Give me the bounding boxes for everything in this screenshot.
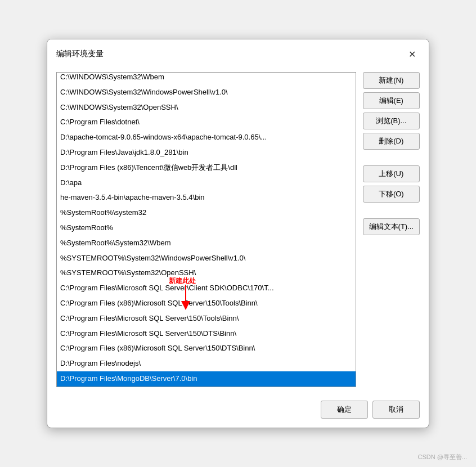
edit-text-button[interactable]: 编辑文本(T)...	[363, 218, 420, 235]
close-button[interactable]: ✕	[404, 46, 420, 62]
list-item[interactable]: %SYSTEMROOT%\System32\OpenSSH\	[57, 266, 356, 281]
list-item[interactable]: C:\Program Files (x86)\Microsoft SQL Ser…	[57, 296, 356, 311]
list-item[interactable]: C:\Program Files\Microsoft SQL Server\Cl…	[57, 281, 356, 296]
action-buttons: 新建(N) 编辑(E) 浏览(B)... 删除(D) 上移(U) 下移(O) 编…	[363, 72, 420, 387]
list-item[interactable]: C:\Program Files\Microsoft SQL Server\15…	[57, 326, 356, 342]
dialog-body: C:\WINDOWS\System32\WbemC:\WINDOWS\Syste…	[47, 68, 429, 396]
ok-button[interactable]: 确定	[321, 401, 368, 419]
dialog-footer: 确定 取消	[47, 396, 429, 428]
list-item[interactable]: D:\Program Files\Java\jdk1.8.0_281\bin	[57, 145, 356, 160]
move-down-button[interactable]: 下移(O)	[363, 186, 420, 203]
list-item[interactable]: %SystemRoot%\System32\Wbem	[57, 236, 356, 251]
edit-button[interactable]: 编辑(E)	[363, 92, 420, 109]
delete-button[interactable]: 删除(D)	[363, 133, 420, 150]
list-item[interactable]: %SYSTEMROOT%\System32\WindowsPowerShell\…	[57, 251, 356, 266]
list-item[interactable]: D:\Program Files (x86)\Tencent\微信web开发者工…	[57, 160, 356, 176]
list-wrapper: C:\WINDOWS\System32\WbemC:\WINDOWS\Syste…	[56, 72, 356, 387]
list-item[interactable]: C:\WINDOWS\System32\Wbem	[57, 72, 356, 85]
list-item[interactable]: D:\Program Files\MongoDB\Server\7.0\bin	[57, 371, 356, 387]
titlebar: 编辑环境变量 ✕	[47, 39, 429, 68]
new-button[interactable]: 新建(N)	[363, 72, 420, 89]
browse-button[interactable]: 浏览(B)...	[363, 113, 420, 129]
list-item[interactable]: C:\WINDOWS\System32\WindowsPowerShell\v1…	[57, 85, 356, 100]
list-item[interactable]: C:\Program Files\dotnet\	[57, 115, 356, 130]
list-item[interactable]: D:\apa	[57, 176, 356, 191]
cancel-button[interactable]: 取消	[372, 401, 420, 419]
env-list[interactable]: C:\WINDOWS\System32\WbemC:\WINDOWS\Syste…	[56, 72, 356, 387]
list-item[interactable]: %SystemRoot%	[57, 221, 356, 236]
list-item[interactable]: D:\Program Files\nodejs\	[57, 356, 356, 371]
watermark: CSDN @寻至善...	[417, 453, 467, 461]
list-item[interactable]: D:\apache-tomcat-9.0.65-windows-x64\apac…	[57, 130, 356, 145]
list-item[interactable]: he-maven-3.5.4-bin\apache-maven-3.5.4\bi…	[57, 190, 356, 205]
dialog-overlay: 编辑环境变量 ✕ C:\WINDOWS\System32\WbemC:\WIND…	[0, 0, 476, 467]
dialog-title: 编辑环境变量	[56, 49, 104, 59]
list-item[interactable]: C:\Program Files\Microsoft SQL Server\15…	[57, 311, 356, 326]
list-item[interactable]: C:\WINDOWS\System32\OpenSSH\	[57, 100, 356, 115]
list-item[interactable]: %SystemRoot%\system32	[57, 205, 356, 221]
list-item[interactable]: C:\Program Files (x86)\Microsoft SQL Ser…	[57, 341, 356, 356]
move-up-button[interactable]: 上移(U)	[363, 165, 420, 182]
edit-env-dialog: 编辑环境变量 ✕ C:\WINDOWS\System32\WbemC:\WIND…	[47, 39, 429, 428]
